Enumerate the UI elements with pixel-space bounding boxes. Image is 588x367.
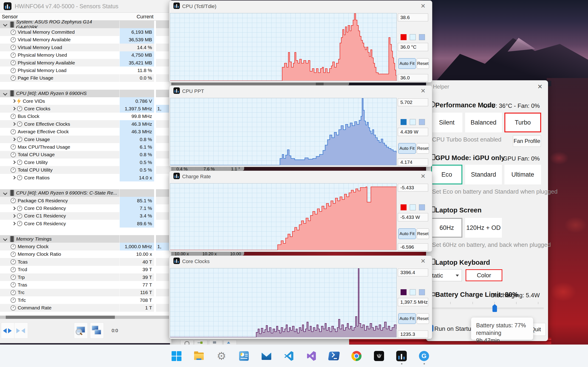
sensor-row[interactable]: Core Usage0.8 %	[0, 135, 171, 143]
background-color-swatch[interactable]	[410, 119, 416, 125]
screen-button-60hz[interactable]: 60Hz	[431, 218, 462, 238]
grid-color-swatch[interactable]	[419, 289, 425, 295]
sensor-row[interactable]: Total CPU Usage0.8 %	[0, 151, 171, 158]
mode-button-silent[interactable]: Silent	[431, 113, 462, 132]
sensor-row[interactable]: Physical Memory Used4,750 MB	[0, 51, 171, 59]
sensor-row[interactable]: Core Effective Clocks46.3 MHz	[0, 120, 171, 128]
grid-color-swatch[interactable]	[419, 34, 425, 40]
sensor-blank-row[interactable]	[0, 82, 171, 90]
sensor-blank-row[interactable]	[0, 227, 171, 235]
scrollbar-thumb[interactable]	[6, 316, 115, 319]
sensor-row[interactable]: Package C6 Residency85.1 %	[0, 197, 171, 204]
sensor-row[interactable]: Virtual Memory Load14.4 %	[0, 44, 171, 51]
chevron-right-icon[interactable]	[12, 138, 16, 141]
hidden-window-scrollbar[interactable]	[170, 82, 349, 85]
hwinfo-horizontal-scrollbar[interactable]	[0, 316, 171, 319]
battery-limit-slider-track[interactable]	[430, 307, 544, 309]
background-color-swatch[interactable]	[410, 34, 416, 40]
background-color-swatch[interactable]	[410, 289, 416, 295]
close-icon[interactable]: ✕	[419, 87, 427, 94]
keyboard-color-button[interactable]: Color	[466, 269, 502, 281]
chevron-right-icon[interactable]	[12, 99, 16, 103]
close-icon[interactable]: ✕	[419, 258, 427, 265]
remote-monitors-button[interactable]	[90, 323, 104, 339]
sensor-row[interactable]: Core C0 Residency7.1 %	[0, 204, 171, 212]
sensor-row[interactable]: Core C1 Residency3.4 %	[0, 212, 171, 220]
chevron-down-icon[interactable]	[3, 91, 7, 95]
chevron-right-icon[interactable]	[12, 206, 16, 210]
sensor-row[interactable]: Virtual Memory Committed6,193 MB	[0, 28, 171, 36]
grid-color-swatch[interactable]	[419, 204, 425, 210]
chevron-down-icon[interactable]	[3, 22, 7, 26]
mode-button-balanced[interactable]: Balanced	[465, 113, 502, 132]
mode-button-turbo[interactable]: Turbo	[504, 113, 541, 132]
sensor-section-row[interactable]: CPU [#0]: AMD Ryzen 9 6900HS: C-State Re…	[0, 189, 171, 197]
background-color-swatch[interactable]	[410, 204, 416, 210]
close-icon[interactable]: ✕	[537, 83, 543, 90]
sensor-row[interactable]: Total CPU Utility0.5 %	[0, 166, 171, 174]
gpu-button-eco[interactable]: Eco	[431, 165, 462, 184]
sensor-row[interactable]: Core Utility0.5 %	[0, 158, 171, 166]
auto-fit-button[interactable]: Auto Fit	[398, 58, 416, 69]
column-current[interactable]: Current	[120, 14, 153, 20]
grid-color-swatch[interactable]	[419, 119, 425, 125]
chevron-right-icon[interactable]	[12, 222, 16, 225]
hwinfo-titlebar[interactable]: HWiNFO64 v7.40-5000 - Sensors Status	[0, 0, 171, 13]
reset-button[interactable]: Reset	[417, 228, 429, 239]
sensor-row[interactable]: Core Ratios14.0 x	[0, 174, 171, 181]
scrollbar-thumb[interactable]	[316, 82, 324, 85]
sensor-section-row[interactable]: CPU [#0]: AMD Ryzen 9 6900HS	[0, 90, 171, 97]
sensor-row[interactable]: Trc116 T	[0, 289, 171, 296]
auto-fit-button[interactable]: Auto Fit	[398, 313, 416, 324]
column-sensor[interactable]: Sensor	[2, 14, 18, 20]
sensor-section-row[interactable]: System: ASUS ROG Zephyrus G14 GA402RK_..…	[0, 21, 171, 28]
chevron-right-icon[interactable]	[12, 107, 16, 110]
sensor-row[interactable]: Trfc708 T	[0, 296, 171, 304]
collapse-columns-button[interactable]	[14, 323, 28, 339]
fan-profile-button[interactable]: Fan Profile	[513, 135, 541, 147]
sensor-row[interactable]: Memory Clock1,000.0 MHz1,	[0, 243, 171, 250]
sensor-row[interactable]: Tcas40 T	[0, 258, 171, 266]
sensor-row[interactable]: Average Effective Clock46.3 MHz	[0, 128, 171, 135]
series-color-swatch[interactable]	[401, 34, 406, 40]
series-color-swatch[interactable]	[401, 119, 406, 125]
close-icon[interactable]: ✕	[419, 173, 427, 180]
reset-button[interactable]: Reset	[417, 143, 429, 154]
screen-button-120hz[interactable]: 120Hz + OD	[465, 218, 502, 238]
sensor-row[interactable]: Physical Memory Load11.8 %	[0, 67, 171, 74]
auto-fit-button[interactable]: Auto Fit	[398, 228, 416, 239]
sensor-blank-row[interactable]	[0, 181, 171, 189]
reset-button[interactable]: Reset	[417, 58, 429, 69]
reset-button[interactable]: Reset	[417, 313, 429, 324]
sensor-row[interactable]: Trcd39 T	[0, 266, 171, 273]
series-color-swatch[interactable]	[401, 289, 406, 295]
sensor-row[interactable]: Bus Clock99.8 MHz	[0, 113, 171, 120]
sensor-section-row[interactable]: Memory Timings	[0, 235, 171, 243]
sensor-row[interactable]: Tras77 T	[0, 281, 171, 289]
sensor-name: Physical Memory Used	[18, 52, 67, 58]
chevron-down-icon[interactable]	[3, 237, 7, 241]
sensor-row[interactable]: Core C6 Residency89.6 %	[0, 220, 171, 227]
sensor-row[interactable]: Command Rate1 T	[0, 304, 171, 311]
sensor-row[interactable]: Trp39 T	[0, 273, 171, 281]
chevron-right-icon[interactable]	[12, 161, 16, 164]
sensor-row[interactable]: Core VIDs0.786 V	[0, 97, 171, 105]
sensor-row[interactable]: Memory Clock Ratio10.00 x	[0, 250, 171, 258]
gpu-button-standard[interactable]: Standard	[465, 165, 502, 184]
sensor-row[interactable]: Core Clocks1,397.5 MHz1,	[0, 105, 171, 112]
expand-columns-button[interactable]	[1, 323, 15, 339]
auto-fit-button[interactable]: Auto Fit	[398, 143, 416, 154]
chevron-right-icon[interactable]	[12, 214, 16, 218]
monitor-search-button[interactable]	[74, 323, 88, 339]
chevron-right-icon[interactable]	[12, 176, 16, 180]
sensor-row[interactable]: Page File Usage0.0 %	[0, 74, 171, 82]
sensor-row[interactable]: Physical Memory Available35,421 MB	[0, 59, 171, 67]
sensor-row[interactable]: Virtual Memory Available36,539 MB	[0, 36, 171, 44]
battery-limit-slider-thumb[interactable]	[493, 304, 497, 312]
close-icon[interactable]: ✕	[419, 2, 427, 10]
chevron-right-icon[interactable]	[12, 122, 16, 126]
gpu-button-ultimate[interactable]: Ultimate	[504, 165, 541, 184]
chevron-down-icon[interactable]	[3, 191, 7, 195]
sensor-row[interactable]: Max CPU/Thread Usage6.1 %	[0, 143, 171, 151]
series-color-swatch[interactable]	[401, 204, 406, 210]
